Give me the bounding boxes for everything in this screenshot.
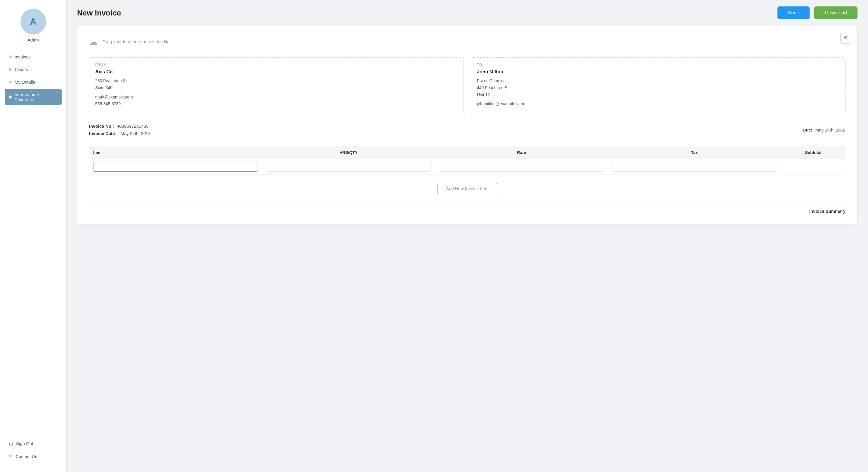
from-address-box[interactable]: FROM Axis Co. 233 Peachtree St Suite 340…	[89, 57, 464, 113]
col-rate: Rate	[435, 146, 608, 159]
sidebar-item-international-payments-label: International Payments	[14, 92, 58, 102]
meta-right: Due: May 24th, 2018	[803, 124, 845, 136]
download-button[interactable]: Download	[814, 6, 858, 19]
nav-dot	[9, 81, 12, 84]
to-company: Praxis Chemicals	[477, 78, 839, 85]
table-header-row: Item HRS/QTY Rate Tax Subtotal	[89, 146, 845, 159]
sidebar: A Adam Invoices Clients My Details Inter…	[0, 0, 67, 472]
nav-bottom: ⏻ Sign Out ✉ Contact Us	[0, 438, 66, 472]
invoice-date-value: May 24th, 2018	[121, 131, 151, 136]
logo-upload-text: Drag your logo here or select a file	[102, 39, 170, 45]
avatar-name: Adam	[27, 37, 39, 42]
rate-input[interactable]	[439, 161, 604, 172]
tax-input[interactable]	[612, 161, 777, 172]
contact-us-button[interactable]: ✉ Contact Us	[5, 450, 62, 462]
col-item: Item	[89, 146, 262, 159]
cloud-upload-icon: ☁	[89, 36, 98, 47]
invoice-no-row: Invoice No : 4039697281433	[89, 124, 151, 128]
logo-select-link[interactable]: select a file	[148, 39, 170, 44]
nav-dot	[9, 68, 12, 71]
from-address-detail: 233 Peachtree St Suite 340 mark@example.…	[95, 78, 458, 108]
nav-dot	[9, 56, 12, 58]
logo-prompt: Drag your logo here or	[102, 39, 146, 44]
from-name: Axis Co.	[95, 69, 458, 75]
save-button[interactable]: Save	[777, 6, 810, 19]
to-address-line1: 440 Peachtree St	[477, 85, 839, 91]
main-content: New Invoice Save Download ⚙ ☁ Drag your …	[67, 0, 868, 472]
invoice-date-row: Invoice Date : May 24th, 2018	[89, 131, 151, 136]
invoice-meta: Invoice No : 4039697281433 Invoice Date …	[89, 124, 845, 136]
cell-tax[interactable]	[608, 159, 781, 175]
sign-out-label: Sign Out	[16, 441, 33, 446]
hrs-qty-input[interactable]	[266, 161, 431, 172]
from-address-line2: Suite 340	[95, 85, 458, 91]
page-header: New Invoice Save Download	[67, 0, 868, 26]
from-label: FROM	[95, 63, 458, 67]
col-subtotal: Subtotal	[781, 146, 845, 159]
contact-icon: ✉	[9, 453, 12, 459]
invoice-summary-stub: Invoice Summary	[89, 203, 845, 214]
col-tax: Tax	[608, 146, 781, 159]
due-label: Due:	[803, 127, 812, 132]
header-actions: Save Download	[777, 6, 858, 19]
from-email: mark@example.com	[95, 94, 458, 101]
address-row: FROM Axis Co. 233 Peachtree St Suite 340…	[89, 57, 845, 113]
sidebar-item-clients-label: Clients	[14, 67, 28, 72]
sidebar-item-my-details-label: My Details	[14, 80, 35, 85]
invoice-no-label: Invoice No :	[89, 124, 114, 128]
sidebar-item-invoices[interactable]: Invoices	[5, 51, 62, 63]
invoice-no-value: 4039697281433	[117, 124, 148, 128]
cell-rate[interactable]	[435, 159, 608, 175]
cell-item[interactable]	[89, 159, 262, 175]
add-new-invoice-item-button[interactable]: Add New Invoice Item	[437, 183, 497, 194]
signout-icon: ⏻	[9, 441, 13, 446]
summary-label: Invoice Summary	[809, 209, 845, 214]
add-item-row: Add New Invoice Item	[89, 183, 845, 194]
to-address-detail: Praxis Chemicals 440 Peachtree St Unit 1…	[477, 78, 839, 108]
from-address-line1: 233 Peachtree St	[95, 78, 458, 85]
due-value: May 24th, 2018	[815, 127, 845, 132]
settings-button[interactable]: ⚙	[840, 32, 851, 43]
invoice-table: Item HRS/QTY Rate Tax Subtotal	[89, 146, 845, 175]
avatar: A	[21, 9, 46, 34]
table-row	[89, 159, 845, 175]
from-phone: 555-345-6789	[95, 100, 458, 108]
sidebar-item-my-details[interactable]: My Details	[5, 76, 62, 88]
nav-dot	[9, 95, 12, 98]
to-label: TO	[477, 63, 839, 67]
cell-hrs-qty[interactable]	[262, 159, 435, 175]
to-address-box[interactable]: TO John Milton Praxis Chemicals 440 Peac…	[471, 57, 845, 113]
to-name: John Milton	[477, 69, 839, 75]
sidebar-item-invoices-label: Invoices	[14, 54, 31, 59]
to-email: johnmilton@example.com	[477, 100, 839, 108]
sign-out-button[interactable]: ⏻ Sign Out	[5, 438, 62, 449]
to-address-line2: Unit 12	[477, 91, 839, 98]
contact-us-label: Contact Us	[16, 454, 37, 459]
sidebar-item-international-payments[interactable]: International Payments	[5, 89, 62, 105]
col-hrs-qty: HRS/QTY	[262, 146, 435, 159]
sidebar-item-clients[interactable]: Clients	[5, 64, 62, 75]
cell-subtotal	[781, 159, 845, 175]
meta-left: Invoice No : 4039697281433 Invoice Date …	[89, 124, 151, 136]
nav-list: Invoices Clients My Details Internationa…	[0, 51, 66, 107]
gear-icon: ⚙	[843, 35, 848, 40]
item-input[interactable]	[93, 161, 258, 172]
invoice-card: ⚙ ☁ Drag your logo here or select a file…	[77, 26, 858, 225]
page-title: New Invoice	[77, 8, 121, 18]
logo-upload-area[interactable]: ☁ Drag your logo here or select a file	[89, 36, 845, 47]
invoice-date-label: Invoice Date :	[89, 131, 118, 136]
